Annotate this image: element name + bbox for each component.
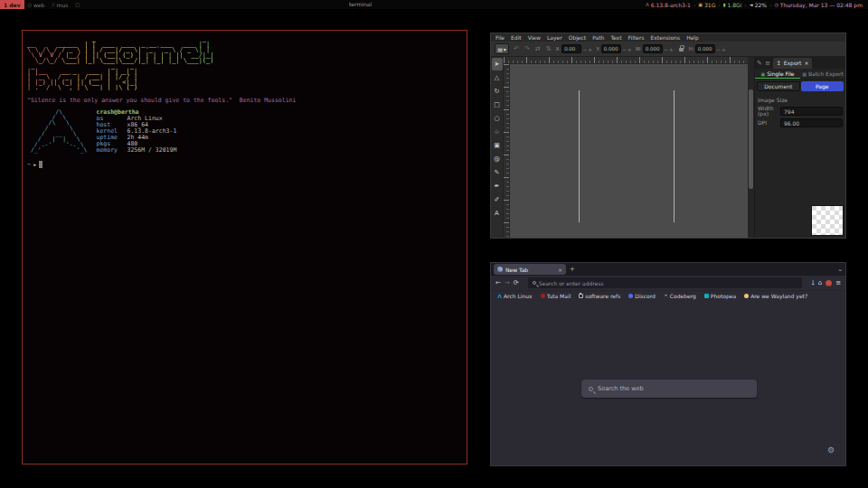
- y-input[interactable]: 0.000: [601, 44, 621, 53]
- bookmark-codeberg[interactable]: ^ Codeberg: [664, 293, 696, 299]
- menu-object[interactable]: Object: [569, 34, 587, 41]
- y-label: Y:: [596, 46, 599, 52]
- inkscape-toolbox: ➤ △ ↻ □ ○ ☆ ▣ @ ✎ ✒ ✐ A: [491, 57, 504, 238]
- downloads-button[interactable]: ⭣: [811, 279, 814, 286]
- personalize-gear-icon[interactable]: ⚙: [827, 446, 835, 455]
- x-plus-button[interactable]: +: [588, 46, 592, 52]
- height-spinner: H: 0.000 − +: [689, 44, 726, 53]
- active-tab[interactable]: New Tab ×: [494, 264, 566, 275]
- workspace-tags: 1 dev ○ web ♪ mus □: [0, 0, 83, 9]
- tab-batch-export[interactable]: ▦ Batch Export: [800, 69, 845, 79]
- tag-empty[interactable]: □: [71, 0, 83, 9]
- spiral-tool-icon[interactable]: @: [492, 153, 503, 165]
- selector-tool-icon[interactable]: ➤: [492, 58, 503, 70]
- menu-file[interactable]: File: [495, 34, 505, 41]
- browser-window: New Tab × + ⌄ ← → ⟳ Search or enter addr…: [490, 262, 846, 466]
- selection-mode-dropdown[interactable]: ▤ ▾: [495, 43, 509, 54]
- close-tab-icon[interactable]: ×: [558, 267, 562, 273]
- canvas-wrap: [504, 64, 748, 238]
- page-edge-left: [579, 90, 580, 222]
- inkscape-menubar: File Edit View Layer Object Path Text Fi…: [491, 33, 845, 42]
- rectangle-tool-icon[interactable]: □: [492, 99, 503, 111]
- scrollbar-thumb[interactable]: [749, 89, 753, 189]
- forward-button[interactable]: →: [505, 279, 510, 286]
- bookmark-tuta-mail[interactable]: Tuta Mail: [541, 293, 571, 299]
- home-button[interactable]: ⌂: [818, 279, 822, 286]
- search-icon: [533, 281, 536, 285]
- menu-view[interactable]: View: [528, 34, 541, 41]
- export-dialog-tab[interactable]: ↥ Export ×: [773, 58, 813, 69]
- module-separator: ‹: [744, 2, 746, 8]
- tag-dev[interactable]: 1 dev: [0, 0, 24, 9]
- tag-mus[interactable]: ♪ mus: [48, 0, 71, 9]
- bookmark-label: Are we Wayland yet?: [750, 293, 807, 299]
- menu-text[interactable]: Text: [610, 34, 621, 41]
- flip-vertical-button[interactable]: ⇅: [545, 45, 552, 52]
- y-minus-button[interactable]: −: [622, 46, 627, 52]
- w-plus-button[interactable]: +: [669, 46, 674, 52]
- rotate-cw-button[interactable]: ↷: [524, 45, 531, 52]
- rotate-tool-icon[interactable]: ↻: [492, 85, 503, 98]
- pen-tool-icon[interactable]: ✒: [492, 180, 503, 192]
- h-minus-button[interactable]: −: [716, 46, 721, 52]
- bookmark-discord[interactable]: Discord: [628, 293, 656, 299]
- h-plus-button[interactable]: +: [722, 46, 726, 52]
- menu-button[interactable]: ≡: [835, 279, 841, 286]
- close-icon[interactable]: ×: [804, 60, 808, 66]
- y-plus-button[interactable]: +: [627, 46, 632, 52]
- codeberg-icon: ^: [664, 294, 668, 298]
- menu-filters[interactable]: Filters: [628, 34, 645, 41]
- bookmark-photopea[interactable]: Photopea: [704, 293, 736, 299]
- w-minus-button[interactable]: −: [664, 46, 668, 52]
- lock-ratio-icon[interactable]: [679, 48, 684, 52]
- page-button[interactable]: Page: [801, 81, 844, 91]
- extension-icon[interactable]: [826, 280, 832, 286]
- desktop: 1 dev ○ web ♪ mus □ terminal Λ 6.13.8-ar…: [0, 0, 868, 488]
- export-icon: ↥: [777, 60, 781, 66]
- box3d-tool-icon[interactable]: ▣: [492, 139, 503, 152]
- bookmark-are-we-wayland-yet[interactable]: Are we Wayland yet?: [744, 293, 807, 299]
- star-tool-icon[interactable]: ☆: [492, 126, 503, 138]
- flip-horizontal-button[interactable]: ⇄: [534, 45, 542, 52]
- canvas-vertical-scrollbar[interactable]: [748, 57, 754, 238]
- ellipse-tool-icon[interactable]: ○: [492, 112, 503, 125]
- bookmark-arch-linux[interactable]: Λ Arch Linux: [497, 293, 533, 299]
- export-dpi-input[interactable]: 96.00: [780, 118, 843, 127]
- clock-icon: ◷: [774, 2, 778, 7]
- menu-extensions[interactable]: Extensions: [651, 34, 681, 41]
- web-search-input[interactable]: Search the web: [581, 380, 757, 398]
- menu-edit[interactable]: Edit: [511, 34, 522, 41]
- new-tab-button[interactable]: +: [570, 266, 575, 273]
- fetch-output: /\ / \ /\ \ / \ / __ \ / | | \ / .-' '-.…: [27, 109, 462, 154]
- menu-path[interactable]: Path: [592, 34, 604, 41]
- menu-help[interactable]: Help: [686, 34, 699, 41]
- text-tool-icon[interactable]: A: [492, 207, 503, 220]
- page-edge-right: [674, 90, 675, 222]
- pencil-tool-icon[interactable]: ✎: [492, 166, 503, 179]
- terminal-window[interactable]: _ _ __ _____ | | ___ ___ _ __ ___ ___ | …: [22, 30, 467, 465]
- fill-stroke-tab-icon[interactable]: ✎: [757, 60, 762, 67]
- rotate-ccw-button[interactable]: ↶: [513, 45, 520, 52]
- menu-layer[interactable]: Layer: [547, 34, 562, 41]
- back-button[interactable]: ←: [495, 279, 501, 286]
- search-icon: [589, 387, 593, 391]
- url-bar[interactable]: Search or enter address: [528, 277, 803, 288]
- list-tabs-chevron-icon[interactable]: ⌄: [837, 266, 843, 273]
- bookmark-folder-software-refs[interactable]: software refs: [579, 293, 620, 299]
- shell-prompt[interactable]: ~ ▶: [27, 161, 462, 168]
- node-tool-icon[interactable]: △: [492, 71, 503, 84]
- w-input[interactable]: 0.000: [643, 44, 663, 53]
- x-input[interactable]: 0.00: [561, 44, 581, 53]
- document-button[interactable]: Document: [757, 81, 800, 91]
- x-minus-button[interactable]: −: [582, 46, 587, 52]
- dpi-label: DPI: [758, 120, 778, 126]
- tag-web[interactable]: ○ web: [24, 0, 49, 9]
- layers-tab-icon[interactable]: ≡: [765, 60, 770, 67]
- inkscape-canvas[interactable]: [510, 64, 748, 238]
- reload-button[interactable]: ⟳: [514, 279, 519, 286]
- calligraphy-tool-icon[interactable]: ✐: [492, 193, 503, 206]
- h-input[interactable]: 0.000: [695, 44, 715, 53]
- tab-single-file[interactable]: ▣ Single File: [755, 69, 800, 79]
- export-width-input[interactable]: 794: [780, 107, 843, 116]
- clock-module: ◷ Thursday, Mar 13 — 02:48 pm: [774, 2, 863, 8]
